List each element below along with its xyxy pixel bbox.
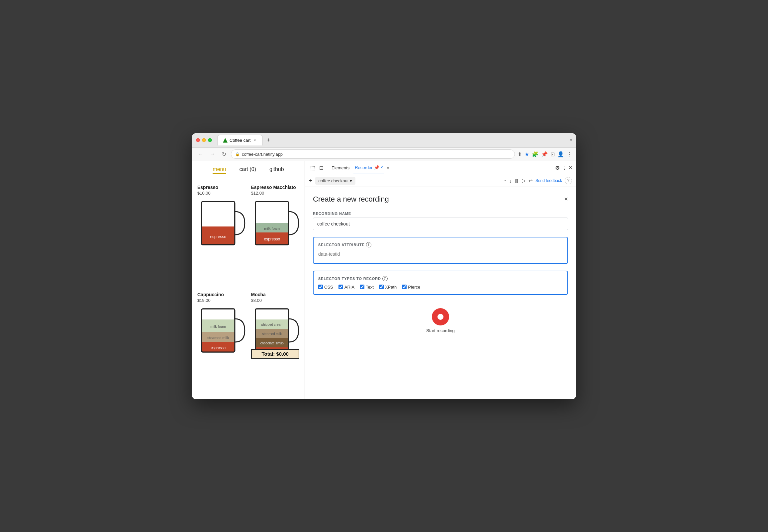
checkbox-xpath[interactable]: XPath xyxy=(379,285,397,290)
text-label: Text xyxy=(366,285,374,290)
minimize-traffic-light[interactable] xyxy=(202,138,206,142)
total-overlay: Total: $0.00 xyxy=(251,349,300,359)
xpath-label: XPath xyxy=(385,285,397,290)
device-toggle-button[interactable]: ⊡ xyxy=(318,163,325,172)
start-recording-button[interactable] xyxy=(432,308,449,325)
devtools-more-button[interactable]: ⋮ xyxy=(562,165,567,171)
send-feedback-link[interactable]: Send feedback xyxy=(535,178,562,183)
more-button[interactable]: ⋮ xyxy=(567,151,572,157)
share-button[interactable]: ⬆ xyxy=(518,151,522,157)
product-mocha-name: Mocha xyxy=(251,292,300,297)
pierce-label: Pierce xyxy=(408,285,420,290)
delete-recording-button[interactable]: 🗑 xyxy=(514,178,519,184)
checkbox-text[interactable]: Text xyxy=(360,285,374,290)
recording-name-input[interactable] xyxy=(313,218,568,230)
aria-label: ARIA xyxy=(344,285,354,290)
recording-name-section: RECORDING NAME xyxy=(313,212,568,230)
svg-text:milk foam: milk foam xyxy=(210,324,226,328)
svg-text:steamed milk: steamed milk xyxy=(207,336,229,340)
pin-button[interactable]: 📌 xyxy=(541,151,548,157)
tab-favicon-icon xyxy=(223,138,228,143)
product-espresso-name: Espresso xyxy=(197,185,246,190)
traffic-lights xyxy=(196,138,212,142)
recorder-pin-icon: 📌 xyxy=(374,165,379,170)
split-view-button[interactable]: ⊡ xyxy=(550,151,555,157)
url-display: coffee-cart.netlify.app xyxy=(242,152,283,157)
browser-tab-active[interactable]: Coffee cart × xyxy=(217,135,263,145)
add-recording-button[interactable]: + xyxy=(309,177,313,184)
recording-bar-actions: ↑ ↓ 🗑 ▷ ↩ Send feedback ? xyxy=(504,177,572,184)
text-checkbox[interactable] xyxy=(360,285,364,289)
checkbox-aria[interactable]: ARIA xyxy=(338,285,354,290)
more-tabs-label[interactable]: » xyxy=(387,165,389,170)
back-button[interactable]: ← xyxy=(196,150,205,158)
devtools-actions: ⚙ ⋮ × xyxy=(555,165,572,171)
product-macchiato-mug[interactable]: milk foam espresso xyxy=(251,198,300,251)
devtools-pane: ⬚ ⊡ Elements Recorder 📌 × » ⚙ ⋮ × + xyxy=(305,161,576,399)
devtools-toolbar: ⬚ ⊡ Elements Recorder 📌 × » ⚙ ⋮ × xyxy=(305,161,576,175)
aria-checkbox[interactable] xyxy=(338,285,343,289)
tab-recorder[interactable]: Recorder 📌 × xyxy=(353,162,384,173)
new-tab-button[interactable]: + xyxy=(264,137,273,144)
devtools-close-button[interactable]: × xyxy=(569,165,572,171)
play-recording-button[interactable]: ▷ xyxy=(522,178,526,184)
svg-text:steamed milk: steamed milk xyxy=(262,332,282,336)
checkbox-css[interactable]: CSS xyxy=(318,285,333,290)
replay-button[interactable]: ↩ xyxy=(528,178,533,184)
inspect-element-button[interactable]: ⬚ xyxy=(309,163,317,172)
website-pane: menu cart (0) github Espresso $10.00 xyxy=(192,161,305,399)
window-chevron-icon: ▾ xyxy=(570,138,572,142)
selector-attribute-label: SELECTOR ATTRIBUTE ? xyxy=(318,242,563,247)
help-button[interactable]: ? xyxy=(565,177,572,184)
selector-types-checkboxes: CSS ARIA Text XPath xyxy=(318,285,563,290)
svg-text:espresso: espresso xyxy=(264,237,280,241)
profile-button[interactable]: 👤 xyxy=(557,151,564,157)
url-input-wrap[interactable]: 🔒 coffee-cart.netlify.app xyxy=(231,149,515,159)
dialog-header: Create a new recording × xyxy=(313,195,568,204)
start-recording-section: Start recording xyxy=(313,302,568,340)
recording-chip-chevron: ▾ xyxy=(350,178,352,183)
refresh-button[interactable]: ↻ xyxy=(220,150,228,158)
product-cappuccino-name: Cappuccino xyxy=(197,292,246,297)
product-macchiato-price: $12.00 xyxy=(251,191,300,196)
product-mocha-mug[interactable]: whipped cream steamed milk chocolate syr… xyxy=(251,306,300,359)
dialog-close-button[interactable]: × xyxy=(564,195,568,203)
nav-cart[interactable]: cart (0) xyxy=(239,166,256,174)
dialog-overlay: Create a new recording × RECORDING NAME … xyxy=(305,187,576,399)
checkbox-pierce[interactable]: Pierce xyxy=(402,285,420,290)
extensions-button[interactable]: 🧩 xyxy=(532,151,538,157)
tab-elements[interactable]: Elements xyxy=(330,163,351,173)
forward-button[interactable]: → xyxy=(208,150,217,158)
product-cappuccino-mug[interactable]: milk foam steamed milk espresso xyxy=(197,306,246,359)
selector-attribute-help-icon[interactable]: ? xyxy=(366,242,371,247)
product-cappuccino-price: $19.00 xyxy=(197,298,246,303)
xpath-checkbox[interactable] xyxy=(379,285,384,289)
nav-menu[interactable]: menu xyxy=(213,166,226,174)
close-traffic-light[interactable] xyxy=(196,138,200,142)
title-bar: Coffee cart × + ▾ xyxy=(192,133,576,148)
pierce-checkbox[interactable] xyxy=(402,285,407,289)
css-checkbox[interactable] xyxy=(318,285,323,289)
svg-text:milk foam: milk foam xyxy=(264,226,280,230)
product-espresso-mug[interactable]: espresso xyxy=(197,198,246,251)
record-inner-circle xyxy=(437,314,443,320)
upload-recording-button[interactable]: ↑ xyxy=(504,178,507,184)
product-espresso-price: $10.00 xyxy=(197,191,246,196)
recorder-tab-close[interactable]: × xyxy=(381,165,383,170)
devtools-settings-button[interactable]: ⚙ xyxy=(555,165,560,171)
recording-name-chip[interactable]: coffee checkout ▾ xyxy=(315,177,356,185)
svg-text:espresso: espresso xyxy=(210,234,226,239)
selector-types-help-icon[interactable]: ? xyxy=(382,276,388,281)
bookmark-button[interactable]: ★ xyxy=(525,151,529,157)
products-grid: Espresso $10.00 espresso xyxy=(192,179,305,399)
recording-name-label: coffee checkout xyxy=(319,178,349,183)
selector-attribute-input[interactable] xyxy=(318,249,563,259)
download-recording-button[interactable]: ↓ xyxy=(509,178,512,184)
tab-close-button[interactable]: × xyxy=(252,138,257,143)
product-mocha: Mocha $8.00 whipped cream steamed milk xyxy=(251,292,300,394)
svg-text:chocolate syrup: chocolate syrup xyxy=(260,341,283,345)
product-mocha-price: $8.00 xyxy=(251,298,300,303)
nav-github[interactable]: github xyxy=(269,166,284,174)
maximize-traffic-light[interactable] xyxy=(208,138,212,142)
title-bar-right: ▾ xyxy=(570,138,572,142)
